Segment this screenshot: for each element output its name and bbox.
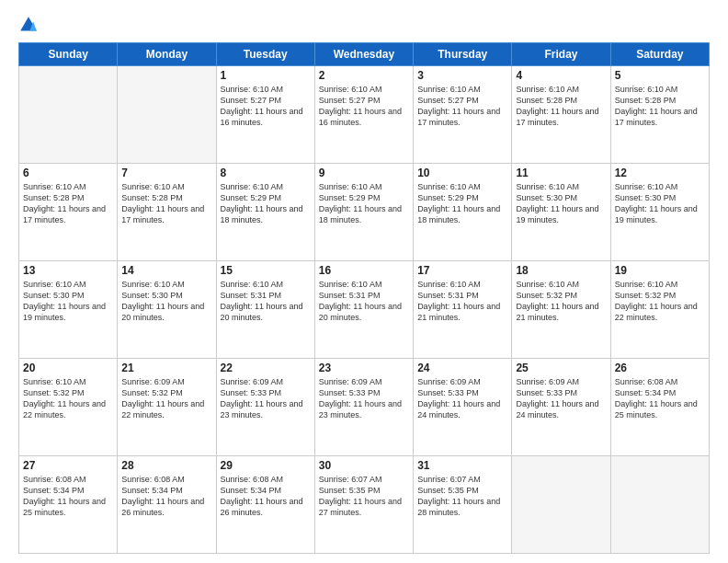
day-number: 8 <box>221 167 311 179</box>
day-info: Sunrise: 6:08 AM Sunset: 5:34 PM Dayligh… <box>615 376 705 421</box>
day-cell: 8Sunrise: 6:10 AM Sunset: 5:29 PM Daylig… <box>216 164 314 261</box>
day-cell: 31Sunrise: 6:07 AM Sunset: 5:35 PM Dayli… <box>414 456 512 554</box>
day-number: 12 <box>615 167 705 179</box>
day-number: 18 <box>516 264 606 277</box>
day-cell: 28Sunrise: 6:08 AM Sunset: 5:34 PM Dayli… <box>118 456 216 554</box>
day-cell <box>19 66 118 164</box>
calendar: SundayMondayTuesdayWednesdayThursdayFrid… <box>18 42 710 554</box>
day-info: Sunrise: 6:10 AM Sunset: 5:30 PM Dayligh… <box>23 279 113 324</box>
day-cell: 2Sunrise: 6:10 AM Sunset: 5:27 PM Daylig… <box>314 66 413 164</box>
day-number: 21 <box>121 362 211 374</box>
day-number: 19 <box>615 264 705 277</box>
day-cell: 26Sunrise: 6:08 AM Sunset: 5:34 PM Dayli… <box>610 359 709 456</box>
day-info: Sunrise: 6:10 AM Sunset: 5:32 PM Dayligh… <box>516 279 606 324</box>
weekday-wednesday: Wednesday <box>314 43 413 66</box>
weekday-tuesday: Tuesday <box>216 43 314 66</box>
day-cell: 15Sunrise: 6:10 AM Sunset: 5:31 PM Dayli… <box>216 261 314 359</box>
day-info: Sunrise: 6:10 AM Sunset: 5:31 PM Dayligh… <box>319 279 409 324</box>
logo <box>18 15 42 35</box>
day-cell: 6Sunrise: 6:10 AM Sunset: 5:28 PM Daylig… <box>19 164 118 261</box>
day-info: Sunrise: 6:10 AM Sunset: 5:28 PM Dayligh… <box>516 84 606 129</box>
day-info: Sunrise: 6:10 AM Sunset: 5:27 PM Dayligh… <box>221 84 311 129</box>
day-number: 4 <box>516 69 606 82</box>
day-info: Sunrise: 6:10 AM Sunset: 5:29 PM Dayligh… <box>221 181 311 226</box>
day-info: Sunrise: 6:09 AM Sunset: 5:33 PM Dayligh… <box>319 376 409 421</box>
day-info: Sunrise: 6:10 AM Sunset: 5:30 PM Dayligh… <box>121 279 211 324</box>
day-number: 24 <box>417 362 507 374</box>
day-number: 26 <box>615 362 705 374</box>
day-info: Sunrise: 6:07 AM Sunset: 5:35 PM Dayligh… <box>417 474 507 519</box>
day-info: Sunrise: 6:10 AM Sunset: 5:32 PM Dayligh… <box>615 279 705 324</box>
weekday-thursday: Thursday <box>414 43 512 66</box>
day-number: 9 <box>319 167 409 179</box>
day-cell: 17Sunrise: 6:10 AM Sunset: 5:31 PM Dayli… <box>414 261 512 359</box>
day-number: 2 <box>319 69 409 82</box>
day-info: Sunrise: 6:10 AM Sunset: 5:27 PM Dayligh… <box>417 84 507 129</box>
day-cell: 14Sunrise: 6:10 AM Sunset: 5:30 PM Dayli… <box>118 261 216 359</box>
day-cell: 4Sunrise: 6:10 AM Sunset: 5:28 PM Daylig… <box>512 66 610 164</box>
day-number: 10 <box>417 167 507 179</box>
day-cell <box>118 66 216 164</box>
day-info: Sunrise: 6:10 AM Sunset: 5:27 PM Dayligh… <box>319 84 409 129</box>
day-cell: 1Sunrise: 6:10 AM Sunset: 5:27 PM Daylig… <box>216 66 314 164</box>
day-info: Sunrise: 6:10 AM Sunset: 5:29 PM Dayligh… <box>417 181 507 226</box>
weekday-header-row: SundayMondayTuesdayWednesdayThursdayFrid… <box>19 43 710 66</box>
day-info: Sunrise: 6:08 AM Sunset: 5:34 PM Dayligh… <box>121 474 211 519</box>
day-cell: 21Sunrise: 6:09 AM Sunset: 5:32 PM Dayli… <box>118 359 216 456</box>
day-cell: 19Sunrise: 6:10 AM Sunset: 5:32 PM Dayli… <box>610 261 709 359</box>
day-cell: 25Sunrise: 6:09 AM Sunset: 5:33 PM Dayli… <box>512 359 610 456</box>
day-cell: 20Sunrise: 6:10 AM Sunset: 5:32 PM Dayli… <box>19 359 118 456</box>
day-number: 29 <box>221 459 311 472</box>
day-info: Sunrise: 6:08 AM Sunset: 5:34 PM Dayligh… <box>221 474 311 519</box>
day-number: 6 <box>23 167 113 179</box>
day-number: 5 <box>615 69 705 82</box>
logo-icon <box>18 15 39 35</box>
weekday-sunday: Sunday <box>19 43 118 66</box>
day-info: Sunrise: 6:10 AM Sunset: 5:28 PM Dayligh… <box>615 84 705 129</box>
week-row-0: 1Sunrise: 6:10 AM Sunset: 5:27 PM Daylig… <box>19 66 710 164</box>
week-row-4: 27Sunrise: 6:08 AM Sunset: 5:34 PM Dayli… <box>19 456 710 554</box>
day-cell: 10Sunrise: 6:10 AM Sunset: 5:29 PM Dayli… <box>414 164 512 261</box>
weekday-saturday: Saturday <box>610 43 709 66</box>
day-info: Sunrise: 6:10 AM Sunset: 5:29 PM Dayligh… <box>319 181 409 226</box>
day-number: 14 <box>121 264 211 277</box>
day-info: Sunrise: 6:09 AM Sunset: 5:33 PM Dayligh… <box>221 376 311 421</box>
day-number: 23 <box>319 362 409 374</box>
day-cell: 9Sunrise: 6:10 AM Sunset: 5:29 PM Daylig… <box>314 164 413 261</box>
day-number: 15 <box>221 264 311 277</box>
day-cell: 16Sunrise: 6:10 AM Sunset: 5:31 PM Dayli… <box>314 261 413 359</box>
day-info: Sunrise: 6:10 AM Sunset: 5:31 PM Dayligh… <box>417 279 507 324</box>
day-number: 17 <box>417 264 507 277</box>
page: SundayMondayTuesdayWednesdayThursdayFrid… <box>0 0 728 563</box>
header <box>18 15 710 35</box>
day-cell: 3Sunrise: 6:10 AM Sunset: 5:27 PM Daylig… <box>414 66 512 164</box>
day-number: 11 <box>516 167 606 179</box>
day-info: Sunrise: 6:10 AM Sunset: 5:30 PM Dayligh… <box>615 181 705 226</box>
day-cell: 22Sunrise: 6:09 AM Sunset: 5:33 PM Dayli… <box>216 359 314 456</box>
day-cell <box>610 456 709 554</box>
week-row-1: 6Sunrise: 6:10 AM Sunset: 5:28 PM Daylig… <box>19 164 710 261</box>
day-cell: 12Sunrise: 6:10 AM Sunset: 5:30 PM Dayli… <box>610 164 709 261</box>
day-number: 16 <box>319 264 409 277</box>
day-info: Sunrise: 6:09 AM Sunset: 5:33 PM Dayligh… <box>417 376 507 421</box>
day-cell: 5Sunrise: 6:10 AM Sunset: 5:28 PM Daylig… <box>610 66 709 164</box>
day-number: 31 <box>417 459 507 472</box>
day-info: Sunrise: 6:09 AM Sunset: 5:32 PM Dayligh… <box>121 376 211 421</box>
day-number: 3 <box>417 69 507 82</box>
day-info: Sunrise: 6:09 AM Sunset: 5:33 PM Dayligh… <box>516 376 606 421</box>
day-info: Sunrise: 6:10 AM Sunset: 5:28 PM Dayligh… <box>23 181 113 226</box>
day-info: Sunrise: 6:08 AM Sunset: 5:34 PM Dayligh… <box>23 474 113 519</box>
day-number: 27 <box>23 459 113 472</box>
day-number: 28 <box>121 459 211 472</box>
day-number: 22 <box>221 362 311 374</box>
day-number: 13 <box>23 264 113 277</box>
day-cell: 11Sunrise: 6:10 AM Sunset: 5:30 PM Dayli… <box>512 164 610 261</box>
week-row-3: 20Sunrise: 6:10 AM Sunset: 5:32 PM Dayli… <box>19 359 710 456</box>
weekday-friday: Friday <box>512 43 610 66</box>
day-info: Sunrise: 6:07 AM Sunset: 5:35 PM Dayligh… <box>319 474 409 519</box>
day-number: 20 <box>23 362 113 374</box>
day-number: 7 <box>121 167 211 179</box>
day-info: Sunrise: 6:10 AM Sunset: 5:30 PM Dayligh… <box>516 181 606 226</box>
day-cell: 24Sunrise: 6:09 AM Sunset: 5:33 PM Dayli… <box>414 359 512 456</box>
day-cell: 30Sunrise: 6:07 AM Sunset: 5:35 PM Dayli… <box>314 456 413 554</box>
